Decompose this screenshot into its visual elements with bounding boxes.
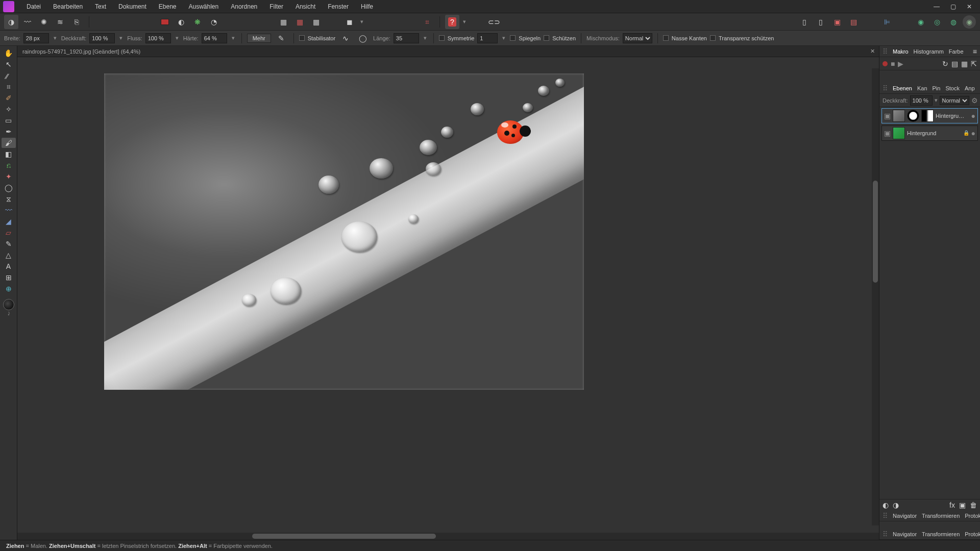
boolean-int-button[interactable]: ◍ [946, 15, 961, 29]
auto-contrast-button[interactable]: ◔ [207, 15, 221, 29]
flow-dropdown[interactable]: ▾ [174, 35, 180, 41]
more-button[interactable]: Mehr [247, 34, 271, 43]
panel-drag-icon[interactable]: ⠿ [883, 512, 888, 519]
export-persona-button[interactable]: ⎘ [69, 15, 84, 29]
group-button[interactable]: ▣ [830, 15, 844, 29]
align-button-1[interactable]: ▯ [797, 15, 812, 29]
assistant-button[interactable]: ? [445, 15, 459, 29]
tone-mapping-persona-button[interactable]: ≋ [53, 15, 67, 29]
layer-name[interactable]: Hintergrund [907, 130, 961, 136]
assistant-dropdown[interactable]: ▾ [461, 18, 468, 25]
auto-colors-button[interactable]: ❋ [190, 15, 205, 29]
pen-tool[interactable]: ✒ [2, 127, 16, 137]
erase-tool[interactable]: ◧ [2, 149, 16, 159]
quickmask-dropdown[interactable]: ▾ [359, 18, 365, 25]
hardness-input[interactable] [202, 33, 227, 43]
tab-anp[interactable]: Anp [965, 85, 975, 91]
horizontal-scrollbar-thumb[interactable] [252, 534, 436, 539]
ungroup-button[interactable]: ▤ [846, 15, 861, 29]
brush-panel-button[interactable]: ✎ [274, 31, 288, 45]
macro-opt2-icon[interactable]: ▦ [961, 60, 968, 67]
develop-persona-button[interactable]: ✺ [37, 15, 51, 29]
tab-pin[interactable]: Pin [933, 85, 941, 91]
boolean-add-button[interactable]: ◉ [914, 15, 928, 29]
stabilizer-rope-button[interactable]: ∿ [338, 31, 353, 45]
flood-select-tool[interactable]: ✧ [2, 104, 16, 114]
layer-opacity-input[interactable] [910, 95, 933, 106]
opacity-dropdown[interactable]: ▾ [118, 35, 124, 41]
layer-add-button[interactable]: ▣ [959, 502, 966, 509]
opacity-input[interactable] [89, 33, 115, 43]
selection-new-button[interactable]: ▦ [276, 15, 290, 29]
symmetry-input[interactable] [477, 33, 498, 43]
layer-name[interactable]: Hintergru… [936, 113, 969, 119]
menu-filter[interactable]: Filter [263, 3, 289, 10]
layer-lock-icon[interactable]: 🔒 [963, 131, 969, 136]
menu-hilfe[interactable]: Hilfe [355, 3, 379, 10]
tab-kan[interactable]: Kan [917, 85, 927, 91]
layer-toggle-icon[interactable]: ● [971, 112, 975, 119]
layer-visibility-checkbox[interactable]: ▣ [884, 130, 891, 137]
macro-opt1-icon[interactable]: ▤ [951, 60, 958, 67]
arrange-button[interactable]: ⊫ [880, 15, 894, 29]
selection-brush-tool[interactable]: ✐ [2, 93, 16, 103]
tab-protokoll[interactable]: Protokoll [965, 513, 980, 519]
symmetry-dropdown[interactable]: ▾ [501, 35, 507, 41]
layer-cog-icon[interactable]: ⚙ [971, 97, 978, 104]
tab-histogramm[interactable]: Histogramm [914, 48, 944, 55]
panel-drag-icon[interactable]: ⠿ [883, 48, 888, 55]
vertical-scrollbar-thumb[interactable] [873, 181, 878, 283]
text-tool[interactable]: A [2, 261, 16, 271]
menu-fenster[interactable]: Fenster [322, 3, 355, 10]
menu-dokument[interactable]: Dokument [112, 3, 153, 10]
smudge-tool[interactable]: 〰 [2, 205, 16, 215]
tab-transformieren[interactable]: Transformieren [922, 531, 960, 537]
layer-delete-button[interactable]: 🗑 [970, 502, 977, 509]
liquify-persona-button[interactable]: 〰 [20, 15, 35, 29]
macro-play-button[interactable]: ▶ [898, 60, 903, 67]
layer-row-background[interactable]: ▣ Hintergrund 🔒 ● [881, 126, 978, 141]
vertical-scrollbar[interactable] [872, 68, 879, 525]
shape-tool[interactable]: ✎ [2, 239, 16, 249]
macro-export-icon[interactable]: ⇱ [971, 60, 977, 67]
stabilizer-checkbox[interactable] [299, 35, 305, 41]
selection-subtract-button[interactable]: ▦ [309, 15, 323, 29]
tab-navigator[interactable]: Navigator [893, 513, 917, 519]
triangle-tool[interactable]: △ [2, 250, 16, 260]
tab-navigator[interactable]: Navigator [893, 531, 917, 537]
symmetry-checkbox[interactable] [439, 35, 445, 41]
window-maximize-button[interactable]: ▢ [949, 3, 957, 10]
burn-tool[interactable]: ⧖ [2, 194, 16, 204]
auto-levels-button[interactable]: ◐ [174, 15, 188, 29]
document-tab-close-button[interactable]: ✕ [870, 48, 875, 55]
length-dropdown[interactable]: ▾ [422, 35, 428, 41]
account-button[interactable]: ◉ [963, 15, 976, 29]
zoom-tool[interactable]: ⊕ [2, 284, 16, 294]
menu-anordnen[interactable]: Anordnen [225, 3, 263, 10]
window-minimize-button[interactable]: — [933, 3, 940, 10]
layer-row-adjustment[interactable]: ▣ Hintergru… ● [881, 108, 978, 123]
protect-checkbox[interactable] [544, 35, 549, 41]
stabilizer-window-button[interactable]: ◯ [356, 31, 370, 45]
layer-fx-button[interactable]: fx [949, 502, 955, 509]
panel-drag-icon[interactable]: ⠿ [883, 85, 888, 92]
macro-record-button[interactable] [883, 61, 888, 66]
clone-tool[interactable]: ⎌ [2, 160, 16, 170]
width-input[interactable] [23, 33, 49, 43]
wet-edges-checkbox[interactable] [663, 35, 669, 41]
layer-blend-select[interactable]: Normal [940, 96, 969, 105]
tab-stock[interactable]: Stock [945, 85, 960, 91]
panel-menu-icon[interactable]: ≡ [973, 48, 977, 55]
photo-persona-button[interactable]: ◑ [4, 15, 18, 29]
canvas-viewport[interactable] [17, 57, 879, 533]
crop-button[interactable]: ⌗ [420, 15, 434, 29]
color-swatch-button[interactable] [158, 15, 172, 29]
gradient-tool[interactable]: ▱ [2, 228, 16, 238]
hardness-dropdown[interactable]: ▾ [230, 35, 236, 41]
blendmode-select[interactable]: Normal [623, 33, 652, 43]
marquee-tool[interactable]: ▭ [2, 115, 16, 126]
macro-stop-button[interactable]: ■ [891, 60, 895, 67]
menu-datei[interactable]: Datei [20, 3, 47, 10]
tab-protokoll[interactable]: Protokoll [965, 531, 980, 537]
tab-farbe[interactable]: Farbe [949, 48, 964, 55]
